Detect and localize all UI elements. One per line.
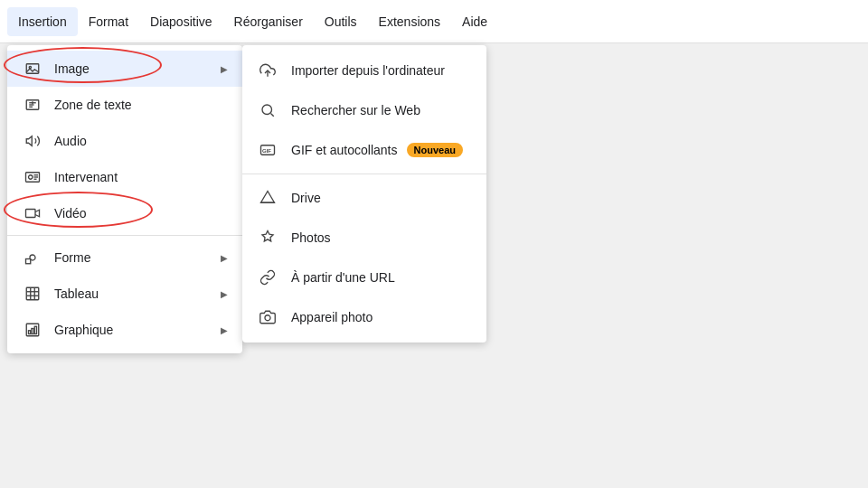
submenu-import[interactable]: Importer depuis l'ordinateur (242, 51, 486, 90)
graphique-icon (22, 319, 43, 341)
web-label: Rechercher sur le Web (291, 103, 420, 117)
svg-text:GIF: GIF (262, 148, 271, 154)
web-search-icon (257, 99, 278, 121)
gif-label: GIF et autocollants (291, 143, 398, 157)
forme-icon (22, 247, 43, 268)
menu-item-intervenant[interactable]: Intervenant (7, 159, 242, 195)
forme-label: Forme (54, 250, 213, 265)
svg-point-32 (265, 315, 270, 321)
menu-item-graphique[interactable]: Graphique ▶ (7, 312, 242, 348)
graphique-arrow: ▶ (221, 325, 228, 335)
audio-icon (22, 130, 43, 152)
menu-extensions[interactable]: Extensions (368, 7, 451, 36)
camera-label: Appareil photo (291, 310, 373, 324)
url-icon (257, 267, 278, 288)
submenu-camera[interactable]: Appareil photo (242, 297, 486, 337)
svg-rect-23 (32, 329, 33, 334)
svg-rect-22 (29, 331, 31, 334)
menu-outils[interactable]: Outils (314, 7, 368, 36)
svg-marker-30 (261, 192, 275, 203)
drive-icon (257, 187, 278, 209)
submenu-photos[interactable]: Photos (242, 218, 486, 258)
menu-item-zone-texte[interactable]: Zone de texte (7, 87, 242, 123)
svg-rect-16 (26, 287, 39, 300)
svg-point-26 (262, 105, 272, 115)
image-label: Image (54, 61, 213, 76)
url-label: À partir d'une URL (291, 270, 395, 285)
svg-point-1 (29, 66, 31, 68)
menu-item-tableau[interactable]: Tableau ▶ (7, 276, 242, 312)
svg-rect-15 (26, 259, 31, 264)
menu-diapositive[interactable]: Diapositive (139, 7, 222, 36)
svg-marker-7 (26, 136, 32, 146)
menu-aide[interactable]: Aide (451, 7, 498, 36)
forme-arrow: ▶ (221, 253, 228, 263)
camera-icon (257, 306, 278, 328)
submenu-gif[interactable]: GIF GIF et autocollants Nouveau (242, 130, 486, 170)
svg-rect-13 (26, 210, 36, 218)
menu-item-audio[interactable]: Audio (7, 123, 242, 159)
tableau-arrow: ▶ (221, 289, 228, 299)
photos-icon (257, 227, 278, 249)
svg-rect-24 (34, 326, 36, 333)
graphique-label: Graphique (54, 323, 213, 337)
drive-label: Drive (291, 191, 321, 205)
divider-1 (7, 235, 242, 236)
svg-point-9 (29, 175, 33, 180)
audio-label: Audio (54, 134, 228, 148)
submenu-divider-1 (242, 174, 486, 174)
insertion-menu: Image ▶ Zone de texte (7, 45, 242, 353)
import-label: Importer depuis l'ordinateur (291, 63, 445, 78)
gif-icon: GIF (257, 139, 278, 161)
image-submenu: Importer depuis l'ordinateur Rechercher … (242, 45, 486, 343)
photos-label: Photos (291, 230, 331, 245)
submenu-url[interactable]: À partir d'une URL (242, 258, 486, 297)
nouveau-badge: Nouveau (407, 143, 463, 157)
video-icon (22, 202, 43, 224)
image-arrow: ▶ (221, 64, 228, 74)
zone-texte-label: Zone de texte (54, 98, 228, 112)
tableau-icon (22, 283, 43, 305)
tableau-label: Tableau (54, 286, 213, 301)
menu-item-video[interactable]: Vidéo (7, 195, 242, 231)
menu-insertion[interactable]: Insertion (7, 7, 78, 36)
menu-reorganiser[interactable]: Réorganiser (223, 7, 314, 36)
svg-line-27 (270, 113, 273, 116)
menu-item-forme[interactable]: Forme ▶ (7, 239, 242, 276)
menu-format[interactable]: Format (78, 7, 139, 36)
menubar: Insertion Format Diapositive Réorganiser… (0, 0, 868, 43)
intervenant-icon (22, 166, 43, 188)
image-icon (22, 58, 43, 80)
menu-item-image[interactable]: Image ▶ (7, 51, 242, 87)
submenu-drive[interactable]: Drive (242, 178, 486, 218)
intervenant-label: Intervenant (54, 170, 228, 184)
submenu-web[interactable]: Rechercher sur le Web (242, 90, 486, 130)
video-label: Vidéo (54, 206, 228, 221)
zone-texte-icon (22, 94, 43, 116)
import-icon (257, 60, 278, 81)
